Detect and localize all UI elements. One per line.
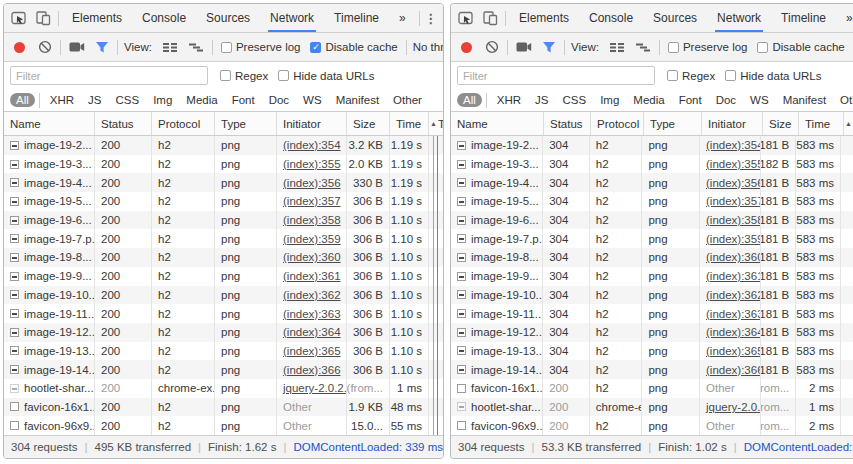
initiator-link[interactable]: (index):366: [283, 364, 341, 376]
record-button[interactable]: [461, 42, 472, 53]
request-row[interactable]: hootlet-shar...200chrome-ex...pngjquery-…: [451, 398, 853, 417]
filter-chip-ws[interactable]: WS: [744, 93, 775, 107]
initiator-link[interactable]: (index):366: [706, 364, 761, 376]
request-row[interactable]: image-19-12...200h2png(index):364306 B1.…: [4, 323, 443, 342]
column-header-initiator[interactable]: Initiator: [702, 112, 763, 135]
filter-chip-img[interactable]: Img: [594, 93, 625, 107]
filter-chip-ws[interactable]: WS: [297, 93, 328, 107]
initiator-link[interactable]: (index):357: [283, 195, 341, 207]
column-header-protocol[interactable]: Protocol: [591, 112, 644, 135]
column-header-type[interactable]: Type: [215, 112, 277, 135]
request-row[interactable]: image-19-14...200h2png(index):366306 B1.…: [4, 360, 443, 379]
close-devtools-button[interactable]: ✕: [439, 6, 443, 30]
filter-chip-manifest[interactable]: Manifest: [330, 93, 385, 107]
initiator-link[interactable]: (index):358: [706, 214, 761, 226]
filter-chip-all[interactable]: All: [457, 93, 482, 107]
filter-chip-xhr[interactable]: XHR: [491, 93, 527, 107]
overflow-menu-button[interactable]: ⋮: [423, 6, 439, 30]
initiator-link[interactable]: (index):359: [706, 233, 761, 245]
filter-chip-css[interactable]: CSS: [109, 93, 145, 107]
filter-input[interactable]: [10, 66, 208, 85]
tab-timeline[interactable]: Timeline: [324, 4, 389, 32]
filter-chip-all[interactable]: All: [10, 93, 35, 107]
column-header-name[interactable]: Name: [451, 112, 544, 135]
checkbox-box[interactable]: [757, 42, 768, 53]
hide-data-urls-checkbox[interactable]: Hide data URLs: [725, 70, 821, 82]
request-row[interactable]: image-19-10...200h2png(index):362306 B1.…: [4, 286, 443, 305]
tab-elements[interactable]: Elements: [509, 4, 579, 32]
column-header-size[interactable]: Size: [347, 112, 390, 135]
column-header-timeline[interactable]: ▲Ti: [844, 112, 853, 135]
filter-chip-js[interactable]: JS: [529, 93, 554, 107]
column-header-size[interactable]: Size: [763, 112, 799, 135]
request-row[interactable]: image-19-9...304h2png(index):361181 B583…: [451, 267, 853, 286]
preserve-log-checkbox[interactable]: Preserve log: [221, 41, 301, 53]
disable-cache-checkbox[interactable]: Disable cache: [757, 41, 844, 53]
request-row[interactable]: image-19-8...304h2png(index):360181 B583…: [451, 248, 853, 267]
column-header-type[interactable]: Type: [644, 112, 702, 135]
tab-network[interactable]: Network: [260, 4, 324, 32]
initiator-link[interactable]: (index):357: [706, 195, 761, 207]
request-row[interactable]: image-19-14...304h2png(index):366181 B58…: [451, 360, 853, 379]
column-header-initiator[interactable]: Initiator: [277, 112, 347, 135]
waterfall-view-icon[interactable]: [188, 42, 204, 53]
tab-sources[interactable]: Sources: [643, 4, 707, 32]
filter-chip-xhr[interactable]: XHR: [44, 93, 80, 107]
waterfall-view-icon[interactable]: [635, 42, 651, 53]
inspect-element-button[interactable]: [7, 6, 31, 30]
request-row[interactable]: image-19-5...200h2png(index):357306 B1.1…: [4, 192, 443, 211]
initiator-link[interactable]: (index):361: [283, 270, 341, 282]
filter-chip-font[interactable]: Font: [226, 93, 261, 107]
disable-cache-checkbox[interactable]: Disable cache: [310, 41, 397, 53]
request-row[interactable]: image-19-7.p...200h2png(index):359306 B1…: [4, 229, 443, 248]
request-row[interactable]: image-19-4...304h2png(index):356181 B583…: [451, 173, 853, 192]
device-toolbar-button[interactable]: [478, 6, 502, 30]
initiator-link[interactable]: (index):365: [706, 345, 761, 357]
filter-chip-other[interactable]: Other: [834, 93, 853, 107]
initiator-link[interactable]: jquery-2.0.2...: [283, 382, 347, 394]
initiator-link[interactable]: (index):358: [283, 214, 341, 226]
request-row[interactable]: favicon-96x9...200h2pngOther(from...2 ms: [451, 416, 853, 435]
checkbox-box[interactable]: [220, 70, 231, 81]
request-row[interactable]: image-19-3...304h2png(index):355182 B583…: [451, 155, 853, 174]
inspect-element-button[interactable]: [454, 6, 478, 30]
tab-console[interactable]: Console: [132, 4, 196, 32]
initiator-link[interactable]: (index):362: [706, 289, 761, 301]
filter-funnel-icon[interactable]: [95, 41, 109, 54]
request-row[interactable]: image-19-2...304h2png(index):354181 B583…: [451, 136, 853, 155]
filter-chip-doc[interactable]: Doc: [263, 93, 295, 107]
initiator-link[interactable]: (index):359: [283, 233, 341, 245]
filter-funnel-icon[interactable]: [542, 41, 556, 54]
request-row[interactable]: image-19-9...200h2png(index):361306 B1.1…: [4, 267, 443, 286]
request-row[interactable]: image-19-3...200h2png(index):3552.0 KB1.…: [4, 155, 443, 174]
filter-input[interactable]: [457, 66, 655, 85]
request-row[interactable]: image-19-8...200h2png(index):360306 B1.1…: [4, 248, 443, 267]
filter-chip-manifest[interactable]: Manifest: [777, 93, 832, 107]
request-row[interactable]: image-19-7.p...304h2png(index):359181 B5…: [451, 229, 853, 248]
filter-chip-css[interactable]: CSS: [556, 93, 592, 107]
initiator-link[interactable]: (index):360: [706, 251, 761, 263]
regex-checkbox[interactable]: Regex: [667, 70, 715, 82]
initiator-link[interactable]: (index):360: [283, 251, 341, 263]
filter-chip-doc[interactable]: Doc: [710, 93, 742, 107]
initiator-link[interactable]: (index):363: [283, 308, 341, 320]
column-header-protocol[interactable]: Protocol: [152, 112, 215, 135]
request-row[interactable]: image-19-12...304h2png(index):364181 B58…: [451, 323, 853, 342]
tab-sources[interactable]: Sources: [196, 4, 260, 32]
initiator-link[interactable]: (index):362: [283, 289, 341, 301]
column-header-name[interactable]: Name: [4, 112, 95, 135]
initiator-link[interactable]: (index):355: [283, 158, 341, 170]
initiator-link[interactable]: (index):356: [283, 177, 341, 189]
checkbox-box[interactable]: [310, 42, 321, 53]
initiator-link[interactable]: (index):361: [706, 270, 761, 282]
request-row[interactable]: image-19-2...200h2png(index):3543.2 KB1.…: [4, 136, 443, 155]
regex-checkbox[interactable]: Regex: [220, 70, 268, 82]
column-header-status[interactable]: Status: [95, 112, 152, 135]
checkbox-box[interactable]: [725, 70, 736, 81]
tab-elements[interactable]: Elements: [62, 4, 132, 32]
initiator-link[interactable]: jquery-2.0.2...: [706, 401, 761, 413]
initiator-link[interactable]: (index):365: [283, 345, 341, 357]
filter-chip-media[interactable]: Media: [627, 93, 670, 107]
filter-chip-other[interactable]: Other: [387, 93, 428, 107]
filter-chip-media[interactable]: Media: [180, 93, 223, 107]
